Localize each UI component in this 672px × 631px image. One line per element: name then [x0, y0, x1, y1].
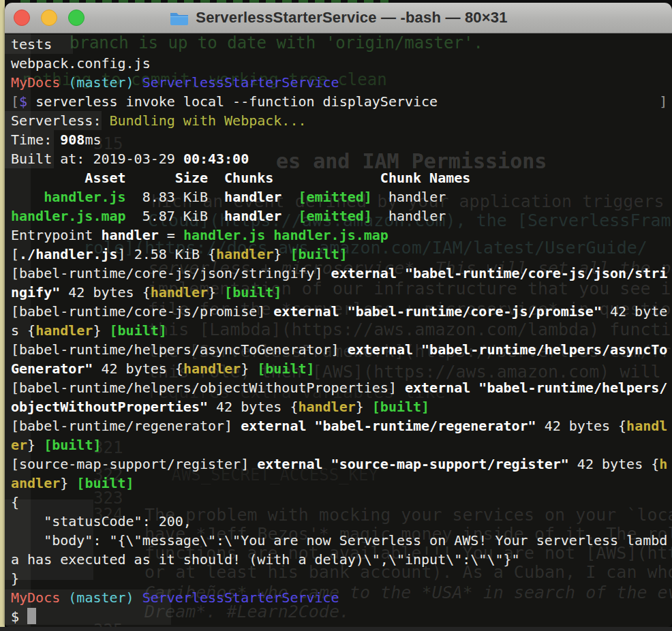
terminal-line: {	[11, 493, 672, 512]
terminal-text-segment: handler.js.map	[11, 208, 126, 224]
terminal-text-segment: s {	[11, 322, 35, 339]
terminal-text-segment: [	[11, 246, 19, 262]
terminal-text-segment	[281, 189, 298, 205]
terminal-text-segment: ServerlessStarterService	[142, 74, 339, 91]
terminal-text-segment: er	[11, 437, 27, 453]
terminal-line: [babel-runtime/core-js/promise] external…	[11, 302, 672, 321]
terminal-line: Entrypoint handler = handler.js handler.…	[11, 226, 672, 245]
terminal-line: "statusCode": 200,	[11, 512, 672, 531]
terminal-text-segment: [babel-runtime/helpers/objectWithoutProp…	[11, 380, 405, 396]
background-left-strip	[0, 0, 5, 627]
terminal-text-segment: serverless invoke local --function displ…	[27, 93, 438, 110]
terminal-text-segment: MyDocs	[11, 74, 60, 91]
terminal-text-segment: }	[241, 360, 257, 377]
terminal-text-segment: (master)	[68, 74, 134, 91]
terminal-text-segment: external "babel-runtime/helpers/asyncTo	[348, 341, 668, 358]
terminal-text-segment: [built]	[290, 246, 347, 262]
terminal-text-segment: [emitted]	[298, 189, 371, 205]
terminal-text-segment: handler.js	[44, 189, 125, 205]
terminal-text-segment: 42 bytes {	[569, 456, 659, 472]
terminal-line: [babel-runtime/helpers/asyncToGenerator]…	[11, 340, 672, 359]
terminal-text-segment: [built]	[372, 399, 429, 415]
traffic-lights	[14, 10, 85, 26]
terminal-line: webpack.config.js	[11, 54, 672, 73]
terminal-line: Generator" 42 bytes {handler} [built]	[11, 359, 672, 378]
terminal-text-segment: (master)	[68, 589, 134, 606]
terminal-text-segment: [built]	[224, 284, 281, 301]
titlebar[interactable]: ServerlessStarterService — -bash — 80×31	[5, 3, 672, 33]
terminal-text-segment: h	[659, 456, 667, 472]
terminal-text-segment: ] 2.58 KiB {	[118, 246, 217, 262]
terminal-text-segment: =	[159, 227, 183, 243]
terminal-line: Built at: 2019-03-29 00:43:00	[11, 149, 672, 168]
terminal-text-segment: Bundling with Webpack...	[110, 112, 307, 129]
terminal-line: objectWithoutProperties" 42 bytes {handl…	[11, 397, 672, 416]
terminal-text-segment: handler	[183, 360, 241, 377]
terminal-line: Time: 908ms	[11, 130, 672, 149]
terminal-text-segment: Generator"	[11, 360, 93, 377]
terminal-line: handler.js.map 5.87 KiB handler [emitted…	[11, 206, 672, 226]
terminal-text-segment: Time:	[11, 132, 60, 148]
terminal-output: testswebpack.config.jsMyDocs (master) Se…	[11, 35, 672, 626]
terminal-text-segment: ./handler.js	[19, 246, 118, 262]
terminal-text-segment	[60, 589, 68, 606]
zoom-button[interactable]	[68, 10, 85, 26]
terminal-line: MyDocs (master) ServerlessStarterService	[11, 588, 672, 607]
terminal-text-segment: handl	[626, 418, 667, 434]
terminal-text-segment	[134, 589, 142, 606]
terminal-line: [./handler.js] 2.58 KiB {handler} [built…	[11, 245, 672, 264]
terminal-text-segment: tests	[11, 36, 52, 52]
terminal-text-segment: }	[60, 475, 76, 491]
terminal-text-segment: handler	[216, 246, 273, 262]
minimize-button[interactable]	[41, 10, 57, 26]
block-cursor	[27, 608, 36, 624]
terminal-screen[interactable]: branch is up to date with 'origin/master…	[5, 33, 672, 627]
terminal-text-segment: handler	[224, 189, 281, 205]
terminal-line: "body": "{\"message\":\"You are now Serv…	[11, 531, 672, 550]
terminal-text-segment: [babel-runtime/helpers/asyncToGenerator]	[11, 341, 348, 358]
terminal-text-segment: external "source-map-support/register"	[257, 456, 569, 472]
terminal-text-segment: 42 bytes {	[536, 418, 626, 434]
terminal-text-segment: Serverless:	[11, 112, 110, 129]
terminal-line: MyDocs (master) ServerlessStarterService	[11, 73, 672, 92]
terminal-text-segment: 42 bytes {	[60, 284, 150, 301]
terminal-text-segment: handler	[372, 208, 446, 224]
terminal-text-segment: ms	[85, 132, 101, 148]
terminal-text-segment: a has executed as it should! (with a del…	[11, 551, 520, 568]
terminal-line: s {handler} [built]	[11, 321, 672, 340]
terminal-text-segment: [	[11, 93, 19, 110]
terminal-line: [babel-runtime/regenerator] external "ba…	[11, 416, 672, 435]
terminal-text-segment: {	[11, 494, 19, 510]
terminal-text-segment: 42 byte	[602, 303, 667, 320]
terminal-text-segment: 8.83 KiB	[126, 189, 225, 205]
terminal-text-segment	[60, 74, 68, 91]
folder-icon	[169, 10, 189, 26]
terminal-text-segment: [built]	[110, 322, 167, 339]
title-group: ServerlessStarterService — -bash — 80×31	[169, 9, 507, 27]
terminal-text-segment: [built]	[76, 475, 134, 491]
terminal-text-segment: [source-map-support/register]	[11, 456, 257, 472]
terminal-text-segment: }	[11, 570, 19, 587]
terminal-text-segment: }	[273, 246, 290, 262]
terminal-line: er} [built]	[11, 435, 672, 455]
terminal-text-segment: Built at: 2019-03-29	[11, 151, 183, 167]
terminal-text-segment: ]	[659, 93, 667, 110]
terminal-text-segment: [emitted]	[298, 208, 371, 224]
terminal-line: [babel-runtime/helpers/objectWithoutProp…	[11, 378, 672, 397]
terminal-text-segment: [babel-runtime/regenerator]	[11, 418, 241, 434]
terminal-line: Serverless: Bundling with Webpack...	[11, 111, 672, 130]
terminal-text-segment: external "babel-runtime/core-js/promise"	[273, 303, 602, 320]
terminal-text-segment: handler.js handler.js.map	[183, 227, 388, 243]
terminal-text-segment: Asset Size Chunks Chunk Names	[11, 170, 470, 186]
terminal-text-segment: 42 bytes {	[208, 399, 298, 415]
terminal-text-segment	[281, 208, 298, 224]
terminal-text-segment: Entrypoint	[11, 227, 101, 243]
terminal-text-segment: webpack.config.js	[11, 55, 151, 72]
desktop-background: ServerlessStarterService — -bash — 80×31…	[0, 0, 672, 631]
close-button[interactable]	[14, 10, 30, 26]
terminal-text-segment: 5.87 KiB	[126, 208, 225, 224]
terminal-text-segment: handler	[35, 322, 93, 339]
terminal-line: ngify" 42 bytes {handler} [built]	[11, 283, 672, 302]
terminal-text-segment: handler	[372, 189, 446, 205]
terminal-text-segment: external "babel-runtime/core-js/json/str…	[331, 265, 668, 281]
